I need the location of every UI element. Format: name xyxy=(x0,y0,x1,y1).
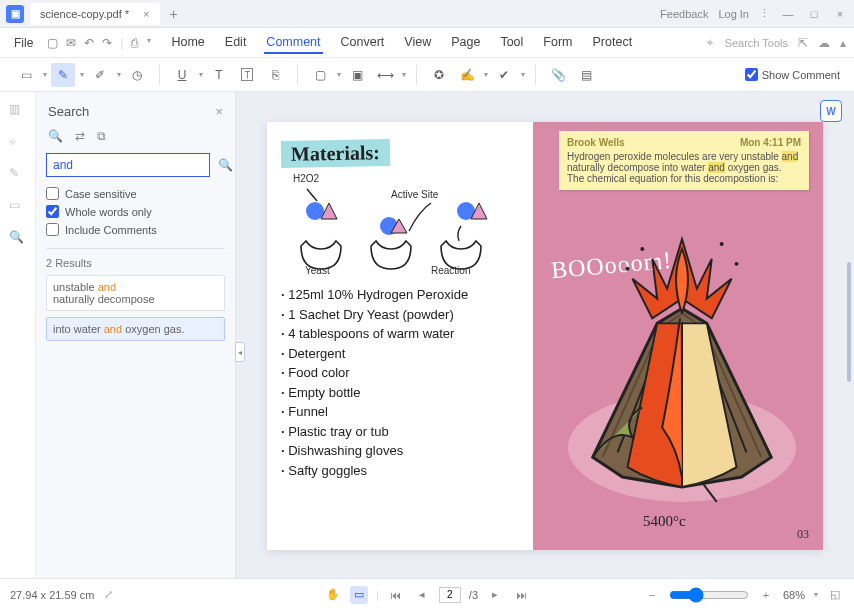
thumbnails-icon[interactable]: ▥ xyxy=(9,102,27,120)
attachment-rail-icon[interactable]: ▭ xyxy=(9,198,27,216)
search-result-1[interactable]: unstable and naturally decompose xyxy=(46,275,225,311)
last-page-icon[interactable]: ⏭ xyxy=(512,586,530,604)
temperature-label: 5400°c xyxy=(643,513,686,530)
svg-point-9 xyxy=(735,262,739,266)
approve-icon[interactable]: ✔ xyxy=(492,63,516,87)
select-tool-icon[interactable]: ▭ xyxy=(350,586,368,604)
document-canvas[interactable]: ◂ W Materials: xyxy=(236,92,854,578)
bookmark-icon[interactable]: ⟐ xyxy=(9,134,27,152)
underline-icon[interactable]: U xyxy=(170,63,194,87)
stamp-icon[interactable]: ✪ xyxy=(427,63,451,87)
statusbar: 27.94 x 21.59 cm ⤢ ✋ ▭ | ⏮ ◂ /3 ▸ ⏭ − + … xyxy=(0,578,854,610)
zoom-out-icon[interactable]: − xyxy=(643,586,661,604)
tab-view[interactable]: View xyxy=(402,32,433,54)
show-comment-checkbox[interactable] xyxy=(745,68,758,81)
measure-icon[interactable]: ⟷ xyxy=(373,63,397,87)
tab-tool[interactable]: Tool xyxy=(498,32,525,54)
label-reaction: Reaction xyxy=(431,265,470,276)
attach-icon[interactable]: 📎 xyxy=(546,63,570,87)
callout-icon[interactable]: ⎘ xyxy=(263,63,287,87)
note-tool-icon[interactable]: ▭ xyxy=(14,63,38,87)
search-rail-icon[interactable]: 🔍 xyxy=(9,230,27,248)
tab-page[interactable]: Page xyxy=(449,32,482,54)
shape-rect-icon[interactable]: ▢ xyxy=(308,63,332,87)
search-panel-title: Search xyxy=(48,104,89,119)
close-icon[interactable]: × xyxy=(832,6,848,22)
replace-mode-icon[interactable]: ⇄ xyxy=(75,129,85,143)
left-rail: ▥ ⟐ ✎ ▭ 🔍 xyxy=(0,92,36,578)
opt-case[interactable]: Case sensitive xyxy=(46,187,225,200)
panel-close-icon[interactable]: × xyxy=(215,104,223,119)
word-export-icon[interactable]: W xyxy=(820,100,842,122)
search-input[interactable] xyxy=(46,153,210,177)
collapse-ribbon-icon[interactable]: ▴ xyxy=(840,36,846,50)
case-checkbox[interactable] xyxy=(46,187,59,200)
label-active: Active Site xyxy=(391,189,438,200)
opt-whole[interactable]: Whole words only xyxy=(46,205,225,218)
page-expand-icon[interactable]: ⤢ xyxy=(104,588,113,601)
eraser-tool-icon[interactable]: ◷ xyxy=(125,63,149,87)
minimize-icon[interactable]: — xyxy=(780,6,796,22)
sign-icon[interactable]: ✍ xyxy=(455,63,479,87)
fit-page-icon[interactable]: ◱ xyxy=(826,586,844,604)
svg-point-10 xyxy=(625,267,629,271)
tab-form[interactable]: Form xyxy=(541,32,574,54)
first-page-icon[interactable]: ⏮ xyxy=(387,586,405,604)
list-item: Detergent xyxy=(281,344,519,364)
prev-page-icon[interactable]: ◂ xyxy=(413,586,431,604)
share-icon[interactable]: ⇱ xyxy=(798,36,808,50)
zoom-in-icon[interactable]: + xyxy=(757,586,775,604)
textbox-icon[interactable]: 🅃 xyxy=(235,63,259,87)
tab-close-icon[interactable]: × xyxy=(143,8,149,20)
kebab-icon[interactable]: ⋮ xyxy=(759,7,770,20)
text-tool-icon[interactable]: T xyxy=(207,63,231,87)
tab-comment[interactable]: Comment xyxy=(264,32,322,54)
mail-icon[interactable]: ✉ xyxy=(66,36,76,50)
whole-checkbox[interactable] xyxy=(46,205,59,218)
zoom-caret-icon[interactable]: ▾ xyxy=(814,590,818,599)
search-go-icon[interactable]: 🔍 xyxy=(218,158,233,172)
print-icon[interactable]: ⎙ xyxy=(131,36,138,50)
collapse-panel-handle[interactable]: ◂ xyxy=(235,342,245,362)
document-tab[interactable]: science-copy.pdf * × xyxy=(30,3,160,25)
comments-checkbox[interactable] xyxy=(46,223,59,236)
opt-comments[interactable]: Include Comments xyxy=(46,223,225,236)
undo-icon[interactable]: ↶ xyxy=(84,36,94,50)
page-input[interactable] xyxy=(439,587,461,603)
print-caret-icon[interactable]: ▾ xyxy=(147,36,151,50)
zoom-slider[interactable] xyxy=(669,587,749,603)
redo-icon[interactable]: ↷ xyxy=(102,36,112,50)
list-item: 1 Sachet Dry Yeast (powder) xyxy=(281,305,519,325)
shape-area-icon[interactable]: ▣ xyxy=(345,63,369,87)
lightbulb-icon[interactable]: ✦ xyxy=(705,36,715,50)
search-panel: Search × 🔍 ⇄ ⧉ 🔍 Case sensitive Whole wo… xyxy=(36,92,236,578)
comments-panel-icon[interactable]: ▤ xyxy=(574,63,598,87)
maximize-icon[interactable]: □ xyxy=(806,6,822,22)
show-comment-toggle[interactable]: Show Comment xyxy=(745,68,840,81)
tab-protect[interactable]: Protect xyxy=(591,32,635,54)
page: Materials: xyxy=(267,122,823,550)
list-item: Empty bottle xyxy=(281,383,519,403)
cloud-icon[interactable]: ☁ xyxy=(818,36,830,50)
save-icon[interactable]: ▢ xyxy=(47,36,58,50)
hand-tool-icon[interactable]: ✋ xyxy=(324,586,342,604)
search-tools-input[interactable]: Search Tools xyxy=(725,37,788,49)
file-menu[interactable]: File xyxy=(8,34,39,52)
highlight-tool-icon[interactable]: ✎ xyxy=(51,63,75,87)
tab-edit[interactable]: Edit xyxy=(223,32,249,54)
pencil-tool-icon[interactable]: ✐ xyxy=(88,63,112,87)
login-link[interactable]: Log In xyxy=(718,8,749,20)
tab-home[interactable]: Home xyxy=(169,32,206,54)
next-page-icon[interactable]: ▸ xyxy=(486,586,504,604)
sticky-note[interactable]: Brook Wells Mon 4:11 PM Hydrogen peroxid… xyxy=(559,131,809,190)
list-item: Safty goggles xyxy=(281,461,519,481)
search-result-2[interactable]: into water and oxygen gas. xyxy=(46,317,225,341)
advanced-search-icon[interactable]: ⧉ xyxy=(97,129,106,143)
feedback-link[interactable]: Feedback xyxy=(660,8,708,20)
app-icon: ▣ xyxy=(6,5,24,23)
vertical-scrollbar[interactable] xyxy=(847,262,851,382)
tab-convert[interactable]: Convert xyxy=(339,32,387,54)
new-tab-icon[interactable]: + xyxy=(170,6,178,22)
annotation-icon[interactable]: ✎ xyxy=(9,166,27,184)
search-mode-icon[interactable]: 🔍 xyxy=(48,129,63,143)
